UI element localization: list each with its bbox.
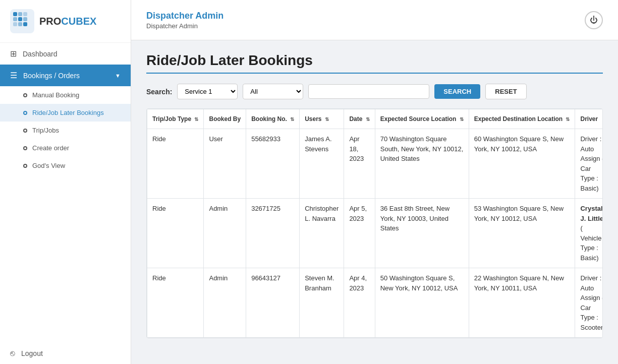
cell-driver: Driver : Auto Assign ( Car Type : Basic)	[575, 129, 603, 199]
dot-icon	[23, 93, 27, 97]
bookings-table-container: Trip/Job Type ⇅ Booked By Booking No. ⇅ …	[146, 108, 603, 338]
search-bar: Search: Service 1Service 2Service 3 AllR…	[146, 84, 603, 99]
cell-booked-by: Admin	[204, 199, 246, 268]
cell-trip-type: Ride	[147, 268, 204, 338]
cell-date: Apr 4, 2023	[344, 268, 375, 338]
search-button[interactable]: SEARCH	[434, 84, 480, 99]
svg-rect-7	[13, 22, 17, 26]
cell-trip-type: Ride	[147, 199, 204, 268]
cell-booking-no: 55682933	[246, 129, 300, 199]
dashboard-icon: ⊞	[10, 49, 17, 58]
table-row: Ride User 55682933 James A. Stevens Apr …	[147, 129, 603, 199]
cell-destination: 53 Washington Square S, New York, NY 100…	[469, 199, 575, 268]
dot-icon	[23, 146, 27, 150]
sidebar-item-manual-booking-label: Manual Booking	[32, 91, 79, 99]
table-header-row: Trip/Job Type ⇅ Booked By Booking No. ⇅ …	[147, 109, 603, 129]
dot-icon	[23, 129, 27, 133]
col-trip-type: Trip/Job Type ⇅	[147, 109, 204, 129]
cell-booked-by: Admin	[204, 268, 246, 338]
reset-button[interactable]: RESET	[485, 84, 526, 99]
sort-icon: ⇅	[460, 116, 464, 122]
header-subtitle: Dispatcher Admin	[146, 22, 223, 30]
cell-booked-by: User	[204, 129, 246, 199]
bookings-table: Trip/Job Type ⇅ Booked By Booking No. ⇅ …	[147, 109, 603, 338]
sidebar-item-manual-booking[interactable]: Manual Booking	[0, 86, 131, 104]
header: Dispatcher Admin Dispatcher Admin ⏻	[131, 0, 618, 40]
driver-info: Driver : Auto Assign ( Car Type : Basic)	[580, 135, 603, 192]
title-divider	[146, 73, 603, 74]
content-area: Ride/Job Later Bookings Search: Service …	[131, 40, 618, 364]
cell-destination: 60 Washington Square S, New York, NY 100…	[469, 129, 575, 199]
cell-trip-type: Ride	[147, 129, 204, 199]
driver-info: Driver : Auto Assign ( Car Type : Scoote…	[580, 274, 603, 331]
header-title: Dispatcher Admin	[146, 11, 223, 21]
table-row: Ride Admin 96643127 Steven M. Branham Ap…	[147, 268, 603, 338]
sidebar-item-create-order-label: Create order	[32, 144, 69, 152]
power-button[interactable]: ⏻	[585, 11, 603, 29]
sort-icon: ⇅	[325, 116, 329, 122]
chevron-down-icon: ▼	[115, 73, 121, 79]
sort-icon: ⇅	[566, 116, 570, 122]
cell-date: Apr 18, 2023	[344, 129, 375, 199]
svg-rect-1	[13, 12, 17, 16]
dot-icon	[23, 164, 27, 168]
cell-booking-no: 96643127	[246, 268, 300, 338]
logo-icon	[10, 9, 34, 33]
sort-icon: ⇅	[290, 116, 294, 122]
svg-rect-9	[23, 22, 27, 26]
sidebar-item-trip-jobs[interactable]: Trip/Jobs	[0, 122, 131, 139]
cell-source: 36 East 8th Street, New York, NY 10003, …	[375, 199, 469, 268]
svg-rect-5	[18, 17, 22, 21]
svg-rect-6	[23, 17, 27, 21]
nav-bookings[interactable]: ☰ Bookings / Orders ▼	[0, 65, 131, 86]
sort-icon: ⇅	[194, 116, 198, 122]
sidebar: PROCUBEX ⊞ Dashboard ☰ Bookings / Orders…	[0, 0, 131, 364]
nav-bookings-label: Bookings / Orders	[23, 72, 80, 80]
nav-dashboard-label: Dashboard	[23, 50, 58, 58]
driver-name: Crystal J. Little	[580, 205, 603, 222]
col-source: Expected Source Location ⇅	[375, 109, 469, 129]
cell-source: 50 Washington Square S, New York, NY 100…	[375, 268, 469, 338]
svg-rect-8	[18, 22, 22, 26]
col-booking-no: Booking No. ⇅	[246, 109, 300, 129]
search-input[interactable]	[308, 84, 429, 99]
sidebar-item-gods-view-label: God's View	[32, 162, 65, 169]
cell-date: Apr 5, 2023	[344, 199, 375, 268]
type-filter[interactable]: AllRideJob	[243, 84, 303, 99]
col-booked-by: Booked By	[204, 109, 246, 129]
cell-source: 70 Washington Square South, New York, NY…	[375, 129, 469, 199]
svg-rect-2	[18, 12, 22, 16]
cell-booking-no: 32671725	[246, 199, 300, 268]
cell-destination: 22 Washington Square N, New York, NY 100…	[469, 268, 575, 338]
col-destination: Expected Destination Location ⇅	[469, 109, 575, 129]
nav-dashboard[interactable]: ⊞ Dashboard	[0, 43, 131, 65]
cell-user: Christopher L. Navarra	[300, 199, 344, 268]
table-row: Ride Admin 32671725 Christopher L. Navar…	[147, 199, 603, 268]
dot-icon	[23, 111, 27, 115]
sidebar-item-ride-job-later[interactable]: Ride/Job Later Bookings	[0, 104, 131, 122]
sidebar-item-ride-job-later-label: Ride/Job Later Bookings	[32, 109, 104, 116]
col-date: Date ⇅	[344, 109, 375, 129]
nav-logout[interactable]: ⎋ Logout	[0, 343, 131, 364]
page-title: Ride/Job Later Bookings	[146, 52, 603, 69]
col-driver: Driver	[575, 109, 603, 129]
sort-icon: ⇅	[366, 116, 370, 122]
col-users: Users ⇅	[300, 109, 344, 129]
sidebar-item-create-order[interactable]: Create order	[0, 139, 131, 157]
cell-driver: Driver : Auto Assign ( Car Type : Scoote…	[575, 268, 603, 338]
cell-user: James A. Stevens	[300, 129, 344, 199]
search-label: Search:	[146, 88, 172, 96]
cell-user: Steven M. Branham	[300, 268, 344, 338]
svg-rect-3	[23, 12, 27, 16]
cell-driver: Crystal J. Little( Vehicle Type : Basic)	[575, 199, 603, 268]
service-filter[interactable]: Service 1Service 2Service 3	[177, 84, 238, 99]
driver-detail: ( Vehicle Type : Basic)	[580, 224, 601, 262]
sidebar-item-trip-jobs-label: Trip/Jobs	[32, 127, 59, 134]
bookings-icon: ☰	[10, 71, 17, 80]
sidebar-item-gods-view[interactable]: God's View	[0, 157, 131, 174]
main-area: Dispatcher Admin Dispatcher Admin ⏻ Ride…	[131, 0, 618, 364]
logo-text: PROCUBEX	[39, 16, 96, 27]
header-text: Dispatcher Admin Dispatcher Admin	[146, 11, 223, 30]
logo: PROCUBEX	[0, 0, 131, 43]
nav-logout-label: Logout	[21, 349, 43, 357]
